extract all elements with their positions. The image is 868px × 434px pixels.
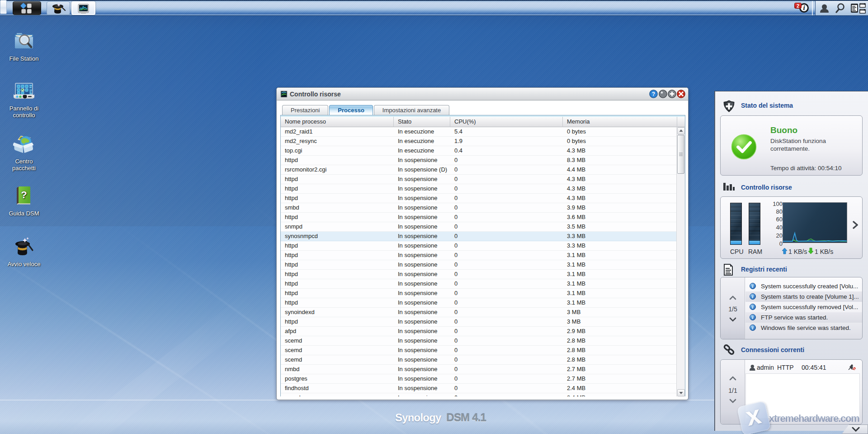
svg-text:?: ? <box>21 189 27 200</box>
svg-text:?: ? <box>652 91 655 97</box>
